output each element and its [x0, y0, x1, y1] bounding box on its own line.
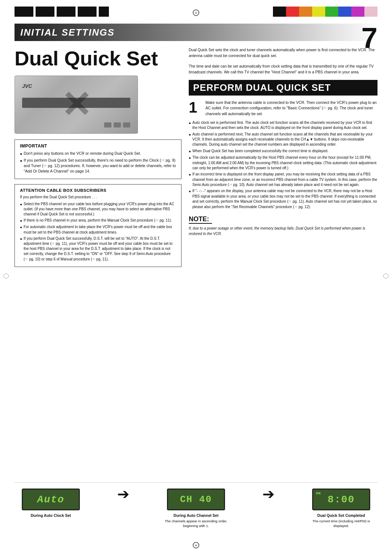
vcr-btn-1: [104, 122, 111, 127]
left-reg-mark: [4, 274, 9, 279]
important-bullet-1-text: Don't press any buttons on the VCR or re…: [24, 151, 141, 157]
perform-bullet-icon-1: ●: [189, 121, 191, 131]
registration-mark-bottom: [193, 542, 199, 548]
step-1-row: 1 Make sure that the antenna cable is co…: [189, 100, 377, 117]
attention-bullet-icon-4: ●: [20, 236, 22, 262]
black-block-2: [36, 7, 54, 17]
attention-bullet-2: ● If there is no PBS channel in your are…: [20, 218, 176, 223]
perform-bullet-icon-5: ●: [189, 172, 191, 187]
display-sublabel-3: The current time (including AM/PM) is di…: [305, 519, 377, 528]
left-column: Dual Quick Set JVC ✕ IMPORTANT ● Don't p…: [15, 47, 181, 267]
attention-bullet-4: ● If you perform Dual Quick Set successf…: [20, 236, 176, 262]
step-1-text: Make sure that the antenna cable is conn…: [205, 100, 377, 117]
display-sublabel-2: The channels appear in ascending order, …: [160, 519, 232, 528]
attention-bullet-icon-1: ●: [20, 202, 22, 217]
attention-bullet-1-text: Select the PBS channel on your cable box…: [24, 202, 176, 217]
top-black-bar: [15, 7, 109, 17]
note-section: NOTE: If, due to a power outage or other…: [189, 215, 377, 236]
lcd-display-3: PM 8:00: [312, 489, 370, 510]
perform-bullet-3: ● When Dual Quick Set has been completed…: [189, 149, 377, 154]
bullet-icon-2: ●: [20, 158, 22, 174]
note-text: If, due to a power outage or other event…: [189, 226, 377, 236]
perform-bullet-1: ● Auto clock set is performed first. The…: [189, 120, 377, 131]
lcd-display-2: CH 40: [167, 489, 225, 510]
right-column: Dual Quick Set sets the clock and tuner …: [189, 47, 377, 236]
vcr-btn-3: [123, 122, 130, 127]
main-content: Dual Quick Set JVC ✕ IMPORTANT ● Don't p…: [15, 47, 377, 533]
color-block-pink: [364, 7, 377, 17]
important-text: ● Don't press any buttons on the VCR or …: [20, 151, 176, 174]
lcd-text-1: Auto: [37, 494, 64, 505]
lcd-text-3: 8:00: [327, 494, 355, 505]
attention-bullet-icon-3: ●: [20, 225, 22, 235]
vcr-x-mark: ✕: [61, 86, 91, 123]
black-block-3: [57, 7, 75, 17]
step-number-1: 1: [189, 100, 202, 117]
arrow-icon-1: ➔: [117, 486, 130, 502]
lcd-small-text-3: PM: [316, 492, 320, 496]
display-item-1: Auto During Auto Clock Set: [15, 489, 87, 519]
initial-settings-banner: INITIAL SETTINGS: [15, 24, 377, 41]
perform-bullet-6-text: If "- -:- -" appears on the display, you…: [192, 189, 377, 210]
color-block-red: [286, 7, 299, 17]
important-bullet-2-text: If you perform Dual Quick Set successful…: [24, 158, 176, 174]
attention-bullet-1: ● Select the PBS channel on your cable b…: [20, 202, 176, 217]
vcr-controls: [104, 122, 130, 127]
important-title: IMPORTANT: [20, 143, 176, 149]
attention-intro: If you perform the Dual Quick Set proced…: [20, 195, 176, 200]
attention-box: ATTENTION CABLE BOX SUBSCRIBERS If you p…: [15, 184, 181, 267]
perform-bullet-5-text: If an incorrect time is displayed on the…: [192, 172, 377, 187]
vcr-brand-label: JVC: [22, 83, 32, 89]
perform-bullets: ● Auto clock set is performed first. The…: [189, 120, 377, 210]
display-label-3: Dual Quick Set Completed: [317, 513, 365, 518]
perform-bullet-4: ● The clock can be adjusted automaticall…: [189, 155, 377, 171]
color-block-black: [273, 7, 286, 17]
black-block-1: [15, 7, 33, 17]
color-block-orange: [299, 7, 312, 17]
display-item-2: CH 40 During Auto Channel Set The channe…: [160, 489, 232, 528]
vcr-btn-2: [114, 122, 121, 127]
display-item-3: PM 8:00 Dual Quick Set Completed The cur…: [305, 489, 377, 528]
perform-bullet-2: ● Auto channel is performed next. The au…: [189, 132, 377, 147]
page-title: Dual Quick Set: [15, 47, 181, 70]
intro-para-2: The time and date can be set automatical…: [189, 64, 377, 75]
vcr-image: JVC ✕: [15, 76, 138, 134]
color-block-green: [325, 7, 338, 17]
right-reg-mark: [383, 274, 388, 279]
attention-text: If you perform the Dual Quick Set proced…: [20, 195, 176, 262]
important-bullet-1: ● Don't press any buttons on the VCR or …: [20, 151, 176, 157]
attention-bullet-2-text: If there is no PBS channel in your area,…: [24, 218, 172, 223]
black-block-5: [99, 7, 109, 17]
registration-mark-top: [193, 9, 199, 16]
arrow-1: ➔: [117, 489, 130, 505]
perform-bullet-6: ● If "- -:- -" appears on the display, y…: [189, 189, 377, 210]
perform-bullet-4-text: The clock can be adjusted automatically …: [192, 155, 377, 171]
color-block-purple: [351, 7, 364, 17]
perform-header: PERFORM DUAL QUICK SET: [189, 80, 377, 96]
perform-bullet-5: ● If an incorrect time is displayed on t…: [189, 172, 377, 187]
lcd-text-2: CH 40: [180, 494, 212, 505]
attention-bullet-3-text: For automatic clock adjustment to take p…: [24, 224, 176, 235]
display-label-1: During Auto Clock Set: [30, 513, 71, 518]
attention-title: ATTENTION CABLE BOX SUBSCRIBERS: [20, 188, 176, 193]
important-bullet-2: ● If you perform Dual Quick Set successf…: [20, 158, 176, 174]
perform-bullet-icon-3: ●: [189, 149, 191, 154]
perform-bullet-icon-4: ●: [189, 155, 191, 171]
perform-title: PERFORM DUAL QUICK SET: [193, 82, 331, 93]
attention-bullet-4-text: If you perform Dual Quick Set successful…: [24, 236, 176, 262]
important-box: IMPORTANT ● Don't press any buttons on t…: [15, 139, 181, 179]
color-block-yellow: [312, 7, 325, 17]
perform-bullet-1-text: Auto clock set is performed first. The a…: [192, 120, 377, 131]
display-label-2: During Auto Channel Set: [173, 513, 219, 518]
perform-bullet-3-text: When Dual Quick Set has been completed s…: [192, 149, 328, 154]
perform-bullet-2-text: Auto channel is performed next. The auto…: [192, 132, 377, 147]
arrow-2: ➔: [262, 489, 275, 505]
initial-settings-label: INITIAL SETTINGS: [20, 27, 115, 38]
attention-bullet-icon-2: ●: [20, 218, 22, 223]
top-color-bar: [273, 7, 377, 17]
color-block-blue: [338, 7, 351, 17]
arrow-icon-2: ➔: [262, 486, 275, 502]
note-title: NOTE:: [189, 215, 212, 224]
intro-para-1: Dual Quick Set sets the clock and tuner …: [189, 47, 377, 58]
lcd-display-1: Auto: [22, 489, 80, 510]
